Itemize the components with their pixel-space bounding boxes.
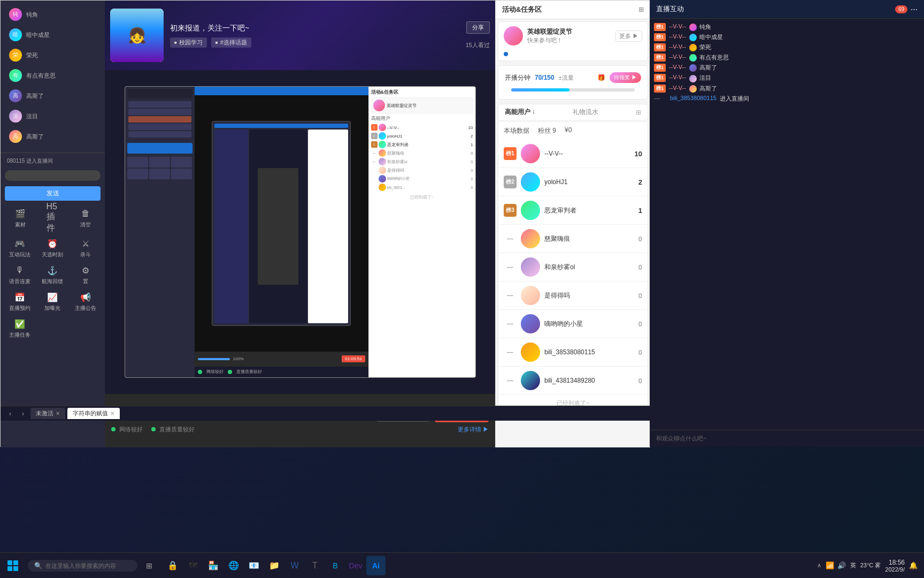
tab-close-0[interactable]: ✕ <box>56 410 60 416</box>
tool-直播预约[interactable]: 📅 直播预约 <box>4 288 36 314</box>
gift-flow-label[interactable]: 礼物流水 <box>573 108 598 117</box>
user-avatar-荣死: 荣 <box>9 49 22 62</box>
more-events-button[interactable]: 更多 ▶ <box>615 37 642 42</box>
rank-badge-8: — <box>504 348 517 356</box>
tab-close-1[interactable]: ✕ <box>110 410 114 416</box>
count-6: 0 <box>638 320 642 328</box>
chat-tag-avatar-3 <box>689 44 697 51</box>
tab-nav-left[interactable]: ‹ <box>5 408 16 419</box>
edge-icon: 🌐 <box>228 560 239 571</box>
notification-tray-icon[interactable]: 🔔 <box>909 561 918 569</box>
tool-label: 加曝光 <box>44 305 60 312</box>
taskbar-app-lock[interactable]: 🔒 <box>163 556 182 575</box>
rank-badge-5: — <box>504 263 517 271</box>
footer-hint[interactable]: 和观众聊点什么吧~ <box>656 435 918 443</box>
tray-expand-icon[interactable]: ∧ <box>817 562 821 569</box>
tab-label: 未激活 <box>36 409 53 417</box>
more-icon[interactable]: ⋯ <box>911 5 918 13</box>
user-avatar-沮目: 沮 <box>9 110 22 123</box>
sidebar-item-有点有意思[interactable]: 有 有点有意思 <box>3 66 103 85</box>
users-list: 榜1 --V-V-- 10 榜2 yoloHJ1 2 榜3 <box>498 140 648 412</box>
user-avatar-有点有意思: 有 <box>9 69 22 82</box>
sidebar-item-高斯了2[interactable]: 高 高斯了 <box>3 127 103 146</box>
tab-nav-right[interactable]: › <box>18 408 28 419</box>
mail-icon: 📧 <box>249 560 259 571</box>
start-button[interactable] <box>0 553 26 579</box>
tag-topic[interactable]: #选择话题 <box>211 37 251 48</box>
chat-content-8: 进入直播间 <box>720 95 749 103</box>
clock[interactable]: 18:56 2022/9/ <box>885 559 905 573</box>
volume-tray-icon[interactable]: 🔊 <box>837 561 846 569</box>
count-1: 2 <box>638 178 642 186</box>
taskbar-app-store[interactable]: 🏪 <box>204 556 223 575</box>
tool-天选时刻[interactable]: ⏰ 天选时刻 <box>37 235 69 261</box>
tool-素材[interactable]: 🎬 素材 <box>11 205 30 231</box>
timer-label: 开播分钟 <box>505 73 530 82</box>
tag-school[interactable]: 校园学习 <box>170 37 207 48</box>
stream-right: 分享 15人看过 <box>466 37 490 49</box>
user-avatar-2 <box>521 201 540 220</box>
chat-messages: 榜1 --V-V-- 钝角 榜1 --V-V-- 暗中成星 榜1 --V-V-- <box>650 19 924 430</box>
rank-badge-2: 榜2 <box>504 176 517 188</box>
nested-left-sidebar <box>125 87 195 377</box>
taskview-button[interactable]: ⊞ <box>140 556 159 575</box>
chat-rank-3: 榜1 <box>654 43 666 51</box>
event-info: 英雄联盟绽灵节 快来参与吧！ <box>527 37 611 44</box>
language-indicator[interactable]: 英 <box>850 561 856 569</box>
taskbar-app-ai[interactable]: Ai <box>366 556 386 575</box>
taskbar-app-typora[interactable]: T <box>305 556 325 575</box>
chat-tag-avatar-2 <box>689 34 697 41</box>
info-icon: ℹ <box>533 109 535 115</box>
expand-icon2[interactable]: ⊞ <box>636 109 641 116</box>
taskbar-app-edge[interactable]: 🌐 <box>224 556 243 575</box>
word-icon: W <box>290 561 298 571</box>
taskbar-app-map[interactable]: 🗺 <box>183 556 203 575</box>
taskbar-app-bilibili[interactable]: B <box>326 556 345 575</box>
tool-互动玩法[interactable]: 🎮 互动玩法 <box>4 235 36 261</box>
more-details[interactable]: 更多详情 ▶ <box>458 425 489 434</box>
user-avatar-7 <box>521 343 540 362</box>
sidebar-live-indicator: 080115 进入直播间 <box>1 155 105 167</box>
count-3: 0 <box>638 235 642 243</box>
reward-label: 待领奖 ▶ <box>614 74 637 80</box>
tool-clear[interactable]: 🗑 清空 <box>76 205 95 231</box>
left-sidebar: 钝 钝角 暗 暗中成星 荣 荣死 有 有点有意思 <box>1 37 105 446</box>
sidebar-item-沮目[interactable]: 沮 沮目 <box>3 107 103 126</box>
taskbar-search-bar[interactable]: 🔍 <box>28 560 137 572</box>
sidebar-item-label: 沮目 <box>26 112 38 120</box>
user-row-5: — 和泉纱雾ol 0 <box>498 253 648 282</box>
reward-button[interactable]: 待领奖 ▶ <box>610 72 641 83</box>
tool-置[interactable]: ⚙ 置 <box>70 262 102 287</box>
network-tray-icon[interactable]: 📶 <box>826 561 834 569</box>
tab-未激活[interactable]: 未激活 ✕ <box>30 408 65 419</box>
stream-preview: 👧 初来报道，关注一下吧~ 校园学习 #选择话题 分享 <box>105 37 495 70</box>
tool-主播公告[interactable]: 📢 主播公告 <box>70 288 102 314</box>
taskbar-app-word[interactable]: W <box>285 556 304 575</box>
progress-bar-container <box>505 85 641 95</box>
user-avatar-高斯了2: 高 <box>9 130 22 143</box>
taskbar-app-mail[interactable]: 📧 <box>244 556 264 575</box>
taskbar-app-dev[interactable]: Dev <box>346 556 365 575</box>
tool-h5[interactable]: H5插件 <box>43 209 63 226</box>
tool-航海回馈[interactable]: ⚓ 航海回馈 <box>37 262 69 287</box>
tab-字符串[interactable]: 字符串的赋值 ✕ <box>67 408 120 419</box>
sidebar-item-暗中成星[interactable]: 暗 暗中成星 <box>3 37 103 44</box>
sidebar-item-荣死[interactable]: 荣 荣死 <box>3 45 103 65</box>
rank-badge-6: — <box>504 292 517 299</box>
taskbar-app-files[interactable]: 📁 <box>265 556 284 575</box>
taskbar-search-input[interactable] <box>45 562 131 569</box>
send-button[interactable]: 发送 <box>5 186 101 201</box>
tool-主播任务[interactable]: ✅ 主播任务 <box>4 315 36 341</box>
count-4: 0 <box>638 263 642 271</box>
tool-语音连麦[interactable]: 🎙 语音连麦 <box>4 262 36 287</box>
tool-加曝光[interactable]: 📈 加曝光 <box>37 288 69 314</box>
quality-dot <box>151 427 156 431</box>
username-3: 慈聚嗨痕 <box>544 234 634 244</box>
interaction-title: 直播互动 <box>656 4 684 14</box>
tool-录斗[interactable]: ⚔ 录斗 <box>70 235 102 261</box>
chat-tag-avatar-6 <box>689 75 697 82</box>
sidebar-item-高斯了[interactable]: 高 高斯了 <box>3 86 103 105</box>
username-2: 恶龙审判者 <box>544 206 634 215</box>
clock-time: 18:56 <box>885 559 905 566</box>
chat-input[interactable] <box>5 170 101 181</box>
